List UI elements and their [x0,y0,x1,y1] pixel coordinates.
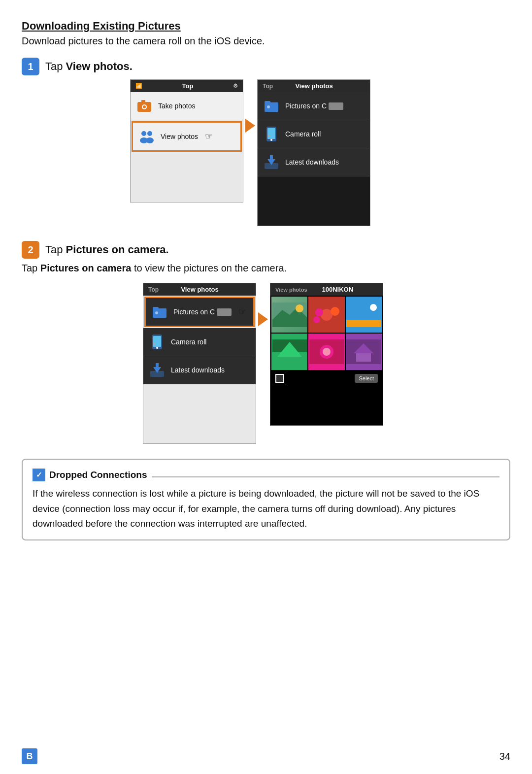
step2-desc-suffix: to view the pictures on the camera. [131,263,287,273]
empty-space-2 [258,176,370,226]
page-title: Downloading Existing Pictures [22,20,510,33]
view-photos-label: View photos [161,133,198,140]
camera-icon-box [135,97,153,115]
page-subtitle: Download pictures to the camera roll on … [22,35,510,47]
svg-point-11 [267,105,270,108]
svg-point-5 [147,131,152,136]
svg-point-35 [315,308,323,316]
svg-point-7 [146,137,154,143]
latest-downloads-label-1: Latest downloads [285,158,339,166]
checkbox-icon[interactable] [275,374,284,383]
step2-phones: Top View photos Pictures on C■■■ ☞ [143,283,510,444]
svg-rect-29 [156,363,159,369]
pictures-on-camera-row-2[interactable]: Pictures on C■■■ ☞ [144,297,255,327]
step2-left-title: View photos [181,286,218,293]
cursor-icon: ☞ [205,131,213,142]
photo-grid [270,296,383,371]
phone-icon-2 [150,334,164,350]
view-photos-row[interactable]: View photos ☞ [132,121,242,152]
svg-rect-18 [270,155,273,161]
phone-icon-1 [265,126,278,142]
svg-rect-39 [346,320,381,327]
svg-point-37 [313,316,320,323]
folder-icon-box-1 [263,97,280,115]
select-button[interactable]: Select [355,374,378,383]
svg-point-15 [267,135,269,137]
pictures-on-camera-label-1: Pictures on C■■■ [285,102,343,110]
note-check-icon: ✓ [33,469,45,481]
download-icon-1 [264,154,279,170]
photo-2 [308,297,344,333]
back-icon-2: Top [148,286,159,293]
photo-1 [271,297,307,333]
latest-downloads-row-1[interactable]: Latest downloads [258,148,370,176]
svg-rect-10 [265,101,270,104]
note-title-line [152,476,499,477]
svg-point-3 [143,105,146,108]
settings-icon: ⚙ [233,83,238,89]
step1-heading-text: Tap View photos. [45,60,133,73]
step1-left-screen: 📶 Top ⚙ Take photos [130,79,243,202]
step1-right-screen: Top View photos Pictures on C■■■ [257,79,370,226]
step1-section: 1 Tap View photos. 📶 Top ⚙ [22,58,510,226]
note-title-row: ✓ Dropped Connections [33,468,499,486]
note-body: If the wireless connection is lost while… [33,486,499,531]
step2-right-title: 100NIKON [322,286,354,293]
step1-badge: 1 [22,58,39,75]
photo-4 [271,334,307,370]
step1-left-header: 📶 Top ⚙ [131,80,243,92]
svg-point-40 [370,304,377,311]
note-title-text: Dropped Connections [49,468,147,482]
step2-section: 2 Tap Pictures on camera. Tap Pictures o… [22,241,510,444]
svg-point-32 [296,304,303,312]
step1-heading: 1 Tap View photos. [22,58,510,75]
arrow-1 [243,119,257,133]
svg-point-46 [323,348,331,356]
svg-rect-9 [265,103,278,112]
svg-point-22 [155,311,158,314]
folder-icon-box-2 [151,303,168,321]
empty-space-3 [143,384,256,443]
step2-right-screen: View photos 100NIKON [270,283,383,426]
photo-5 [308,334,344,370]
pink-flowers-photo [309,339,344,364]
download-icon-box-1 [263,153,280,171]
beach-photo [346,303,381,327]
step2-desc-prefix: Tap [22,263,40,273]
latest-downloads-label-2: Latest downloads [171,366,225,374]
latest-downloads-row-2[interactable]: Latest downloads [143,356,256,384]
pictures-on-camera-label-2: Pictures on C■■■ [173,308,232,316]
svg-point-36 [331,307,339,316]
step2-left-header: Top View photos [143,283,256,296]
people-icon-box [138,128,156,145]
svg-point-26 [153,343,155,345]
cursor-icon-2: ☞ [238,306,246,317]
pictures-on-camera-row-1[interactable]: Pictures on C■■■ [258,92,370,120]
step2-desc: Tap Pictures on camera to view the pictu… [22,263,510,274]
camera-roll-label-2: Camera roll [171,338,206,346]
svg-rect-20 [153,309,166,318]
camera-roll-row-2[interactable]: Camera roll [143,328,256,356]
arrow-right-icon [245,119,255,133]
take-photos-row[interactable]: Take photos [131,92,243,120]
svg-point-14 [270,139,272,141]
flowers-photo [309,303,344,327]
empty-space-4 [270,386,383,425]
svg-point-25 [156,347,158,349]
arrow-right-icon-2 [258,312,268,326]
landscape-photo [272,303,307,327]
back-icon-3: View photos [275,287,307,293]
note-box: ✓ Dropped Connections If the wireless co… [22,459,510,540]
step1-prefix: Tap [45,60,66,72]
photo-3 [346,297,382,333]
signal-icon: 📶 [135,83,142,89]
step1-bold: View photos. [66,60,133,72]
page-footer: B 34 [0,748,532,764]
step1-left-title: Top [182,82,194,90]
step1-phones: 📶 Top ⚙ Take photos [130,79,510,226]
camera-name-blur-2: ■■■ [217,308,232,316]
step2-left-screen: Top View photos Pictures on C■■■ ☞ [143,283,256,444]
camera-roll-row-1[interactable]: Camera roll [258,120,370,148]
step1-right-header: Top View photos [258,80,370,92]
step2-heading: 2 Tap Pictures on camera. [22,241,510,259]
